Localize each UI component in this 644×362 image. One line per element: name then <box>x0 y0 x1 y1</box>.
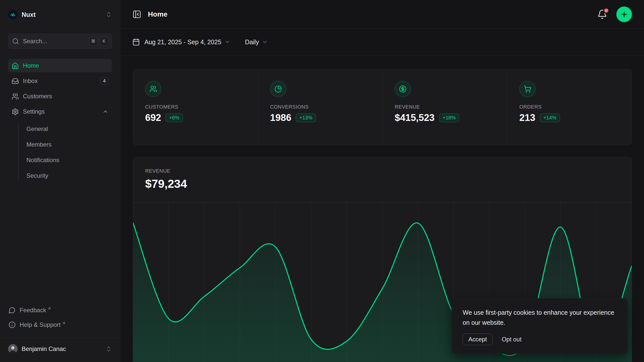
stats-panel: CUSTOMERS 692 +6% CONVERSIONS 1986 +13% <box>133 69 632 145</box>
avatar <box>8 344 18 354</box>
stat-delta-badge: +18% <box>439 113 459 122</box>
message-circle-icon <box>9 307 16 314</box>
sidebar-item-label: Settings <box>23 108 45 115</box>
sidebar-collapse-button[interactable] <box>132 10 141 19</box>
user-section: Benjamin Canac <box>0 338 120 362</box>
help-support-link[interactable]: Help & Support <box>8 318 112 332</box>
cookie-message: We use first-party cookies to enhance yo… <box>463 307 617 328</box>
sidebar-item-notifications[interactable]: Notifications <box>8 152 112 168</box>
date-range-picker[interactable]: Aug 21, 2025 - Sep 4, 2025 <box>132 38 230 46</box>
sidebar-item-security[interactable]: Security <box>8 168 112 184</box>
arrow-up-right-icon <box>62 321 66 325</box>
sidebar-item-settings[interactable]: Settings <box>8 105 112 118</box>
gear-icon <box>12 108 19 115</box>
stat-label: ORDERS <box>519 104 620 110</box>
accept-button[interactable]: Accept <box>463 334 493 345</box>
chevron-up-icon <box>102 109 108 115</box>
filterbar: Aug 21, 2025 - Sep 4, 2025 Daily <box>120 29 644 56</box>
stat-delta-badge: +14% <box>540 113 560 122</box>
users-icon <box>145 81 161 97</box>
settings-children: General Members Notifications Security <box>8 121 112 184</box>
page-title: Home <box>148 10 168 18</box>
opt-out-button[interactable]: Opt out <box>502 336 521 343</box>
stat-delta-badge: +13% <box>296 113 316 122</box>
sidebar-item-label: Customers <box>23 93 52 100</box>
stat-value: 692 <box>145 112 161 123</box>
stat-card-orders[interactable]: ORDERS 213 +14% <box>507 69 632 145</box>
user-menu[interactable]: Benjamin Canac <box>8 341 112 357</box>
stat-card-customers[interactable]: CUSTOMERS 692 +6% <box>133 69 258 145</box>
chevrons-up-down-icon <box>105 346 112 352</box>
revenue-panel-label: REVENUE <box>145 168 620 174</box>
stat-label: CONVERSIONS <box>270 104 371 110</box>
feedback-link[interactable]: Feedback <box>8 303 112 318</box>
help-support-label: Help & Support <box>20 321 61 328</box>
inbox-count-badge: 4 <box>100 77 108 85</box>
granularity-value: Daily <box>245 38 259 46</box>
feedback-label: Feedback <box>20 307 46 314</box>
stat-label: REVENUE <box>395 104 495 110</box>
sidebar-item-customers[interactable]: Customers <box>8 89 112 103</box>
sidebar-item-label: Inbox <box>23 77 38 84</box>
home-icon <box>12 62 19 69</box>
info-icon <box>9 321 16 328</box>
notification-dot <box>604 9 608 13</box>
circle-dollar-icon <box>395 81 411 97</box>
sidebar-footer: Feedback Help & Support <box>8 303 112 336</box>
sidebar-item-general[interactable]: General <box>8 121 112 137</box>
chevron-down-icon <box>224 39 230 45</box>
sidebar-item-inbox[interactable]: Inbox 4 <box>8 74 112 88</box>
cookie-consent-toast: We use first-party cookies to enhance yo… <box>451 298 628 354</box>
arrow-up-right-icon <box>47 306 51 311</box>
plus-icon <box>620 10 628 18</box>
nav-rail <box>18 123 19 181</box>
sidebar-item-home[interactable]: Home <box>8 59 112 72</box>
sidebar-item-members[interactable]: Members <box>8 137 112 152</box>
stat-value: 213 <box>519 112 535 123</box>
brand-name: Nuxt <box>22 11 36 18</box>
workspace-switcher[interactable]: Nuxt <box>8 7 112 23</box>
stat-value: $415,523 <box>395 112 435 123</box>
dashboard-app: Nuxt Search... ⌘ K Home <box>0 0 644 362</box>
chart-pie-icon <box>270 81 286 97</box>
shopping-cart-icon <box>519 81 536 97</box>
stat-delta-badge: +6% <box>166 113 183 122</box>
chevrons-up-down-icon <box>105 11 112 18</box>
revenue-panel-value: $79,234 <box>145 177 620 191</box>
chevron-down-icon <box>262 39 268 45</box>
inbox-icon <box>12 77 19 85</box>
sidebar: Nuxt Search... ⌘ K Home <box>0 0 120 362</box>
date-range-value: Aug 21, 2025 - Sep 4, 2025 <box>144 38 221 46</box>
notifications-button[interactable] <box>597 9 607 19</box>
topbar: Home <box>120 0 644 29</box>
kbd-cmd: ⌘ <box>89 37 98 46</box>
search-icon <box>12 38 19 45</box>
stat-label: CUSTOMERS <box>145 104 246 110</box>
search-input[interactable]: Search... ⌘ K <box>8 34 112 49</box>
calendar-icon <box>132 38 140 46</box>
stat-value: 1986 <box>270 112 292 123</box>
stat-card-revenue[interactable]: REVENUE $415,523 +18% <box>382 69 507 145</box>
granularity-select[interactable]: Daily <box>245 38 268 46</box>
kbd-k: K <box>100 37 108 46</box>
stat-card-conversions[interactable]: CONVERSIONS 1986 +13% <box>258 69 383 145</box>
sidebar-nav: Home Inbox 4 Customers Setting <box>8 59 112 184</box>
users-icon <box>12 93 19 100</box>
sidebar-item-label: Home <box>23 62 39 69</box>
nuxt-logo-icon <box>8 10 18 19</box>
search-placeholder: Search... <box>23 38 47 45</box>
user-name: Benjamin Canac <box>22 345 66 352</box>
add-button[interactable] <box>616 7 632 22</box>
